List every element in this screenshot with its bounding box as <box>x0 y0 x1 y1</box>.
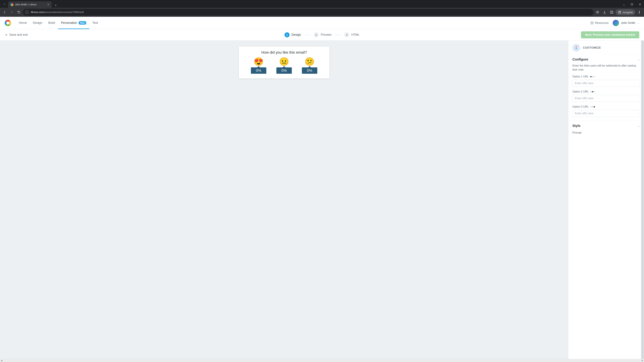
user-menu[interactable]: John Smith ⌄ <box>613 20 639 26</box>
window-close[interactable] <box>636 1 644 8</box>
vertical-scrollbar[interactable] <box>641 40 644 359</box>
design-canvas[interactable]: How did you like this email? 😍 0% 😐 0% 😕 <box>0 40 568 359</box>
svg-point-11 <box>639 12 640 12</box>
option-1-url-field: Option 1 URL <box>572 75 640 87</box>
option-1-indicator <box>590 76 595 77</box>
browser-tab[interactable]: John Smith > Litmus ✕ <box>8 1 52 8</box>
save-and-exit[interactable]: Save and exit <box>5 33 28 36</box>
step-html[interactable]: 3 HTML <box>344 32 360 37</box>
option-2[interactable]: 😐 0% <box>276 58 292 74</box>
configure-section: Configure ⌄ Enter the links users will b… <box>568 54 644 120</box>
step-2-label: Preview <box>321 33 332 36</box>
user-name: John Smith <box>621 21 635 25</box>
step-divider <box>304 35 311 35</box>
chevron-down-icon: ⌄ <box>637 22 639 24</box>
bookmark-icon[interactable] <box>594 9 600 15</box>
svg-point-4 <box>26 12 27 12</box>
browser-toolbar: litmus.com/personalize/documents/7868/ed… <box>0 8 644 17</box>
next-button[interactable]: Next: Preview your sentiment tracker <box>581 31 639 38</box>
arrow-left-icon <box>5 33 8 36</box>
stepper: 1 Design 2 Preview 3 HTML <box>284 32 360 37</box>
reload-button[interactable] <box>16 9 22 15</box>
svg-point-12 <box>639 13 640 13</box>
option-2-pct: 0% <box>276 67 292 74</box>
prompt-section: Prompt <box>568 130 644 138</box>
customize-icon <box>572 44 580 52</box>
option-2-url-field: Option 2 URL <box>572 90 640 102</box>
side-panel-icon[interactable] <box>608 9 615 15</box>
nav-build[interactable]: Build <box>45 17 58 29</box>
option-3-url-field: Option 3 URL <box>572 105 640 117</box>
prompt-text: How did you like this email? <box>246 50 323 55</box>
chevron-down-icon: ⌄ <box>638 124 640 127</box>
step-1-label: Design <box>292 33 301 36</box>
window-minimize[interactable] <box>620 1 628 8</box>
heart-eyes-emoji: 😍 <box>254 58 264 66</box>
step-1-badge: 1 <box>284 32 290 37</box>
tab-search-dropdown[interactable] <box>1 1 8 8</box>
option-3[interactable]: 😕 0% <box>302 58 317 74</box>
incognito-indicator[interactable]: Incognito <box>616 9 635 15</box>
incognito-icon <box>618 10 621 14</box>
prompt-section-title: Prompt <box>572 131 640 134</box>
window-maximize[interactable] <box>628 1 636 8</box>
option-1-url-input[interactable] <box>572 80 640 87</box>
step-design[interactable]: 1 Design <box>284 32 301 37</box>
nav-test[interactable]: Test <box>90 17 101 29</box>
step-preview[interactable]: 2 Preview <box>314 32 332 37</box>
confused-emoji: 😕 <box>304 58 314 66</box>
style-header[interactable]: Style ⌄ <box>572 124 640 128</box>
save-exit-label: Save and exit <box>10 33 28 36</box>
kebab-menu-icon[interactable] <box>636 9 642 15</box>
option-3-indicator <box>590 106 595 107</box>
address-bar[interactable]: litmus.com/personalize/documents/7868/ed… <box>23 9 594 15</box>
forward-button[interactable] <box>9 9 15 15</box>
app-frame: Home Design Build Personalize New Test R… <box>0 17 644 362</box>
browser-chrome: John Smith > Litmus ✕ ＋ litmus.com/perso… <box>0 0 644 17</box>
style-section: Style ⌄ <box>568 120 644 130</box>
style-title: Style <box>572 124 580 128</box>
scroll-right-icon[interactable]: ▶ <box>641 360 644 362</box>
panel-header: CUSTOMIZE <box>568 40 644 54</box>
configure-title: Configure <box>572 57 588 61</box>
tab-favicon <box>10 3 14 6</box>
incognito-label: Incognito <box>623 11 633 14</box>
scroll-left-icon[interactable]: ◀ <box>0 360 3 362</box>
primary-nav: Home Design Build Personalize New Test <box>16 17 101 29</box>
app-header: Home Design Build Personalize New Test R… <box>0 17 644 29</box>
nav-personalize[interactable]: Personalize New <box>58 17 90 29</box>
resources-label: Resources <box>595 21 608 25</box>
option-1[interactable]: 😍 0% <box>251 58 266 74</box>
downloads-icon[interactable] <box>602 9 608 15</box>
avatar <box>613 20 619 26</box>
nav-design-label: Design <box>33 21 42 25</box>
configure-header[interactable]: Configure ⌄ <box>572 57 640 61</box>
new-tab-button[interactable]: ＋ <box>53 2 58 8</box>
close-icon[interactable]: ✕ <box>47 3 49 6</box>
option-2-url-label: Option 2 URL <box>572 90 640 93</box>
option-3-url-input[interactable] <box>572 110 640 117</box>
resources-link[interactable]: Resources <box>590 21 608 25</box>
litmus-logo[interactable] <box>5 20 11 26</box>
step-3-badge: 3 <box>344 32 349 37</box>
step-2-badge: 2 <box>314 32 319 37</box>
back-button[interactable] <box>2 9 8 15</box>
editor-subheader: Save and exit 1 Design 2 Preview 3 HTML … <box>0 29 644 40</box>
nav-home[interactable]: Home <box>16 17 30 29</box>
svg-rect-8 <box>610 11 613 13</box>
horizontal-scrollbar[interactable]: ◀ ▶ <box>0 359 644 362</box>
nav-personalize-label: Personalize <box>61 21 77 25</box>
option-2-url-input[interactable] <box>572 95 640 102</box>
option-1-pct: 0% <box>251 67 266 74</box>
chevron-down-icon: ⌄ <box>638 58 640 61</box>
sentiment-preview-card: How did you like this email? 😍 0% 😐 0% 😕 <box>239 46 330 78</box>
nav-design[interactable]: Design <box>30 17 45 29</box>
configure-description: Enter the links users will be redirected… <box>572 64 640 72</box>
option-1-url-label: Option 1 URL <box>572 75 640 78</box>
step-divider <box>334 35 341 35</box>
nav-build-label: Build <box>48 21 55 25</box>
site-info-icon[interactable] <box>25 10 29 14</box>
new-badge: New <box>78 21 86 25</box>
tab-strip: John Smith > Litmus ✕ ＋ <box>0 0 644 8</box>
workspace: How did you like this email? 😍 0% 😐 0% 😕 <box>0 40 644 359</box>
